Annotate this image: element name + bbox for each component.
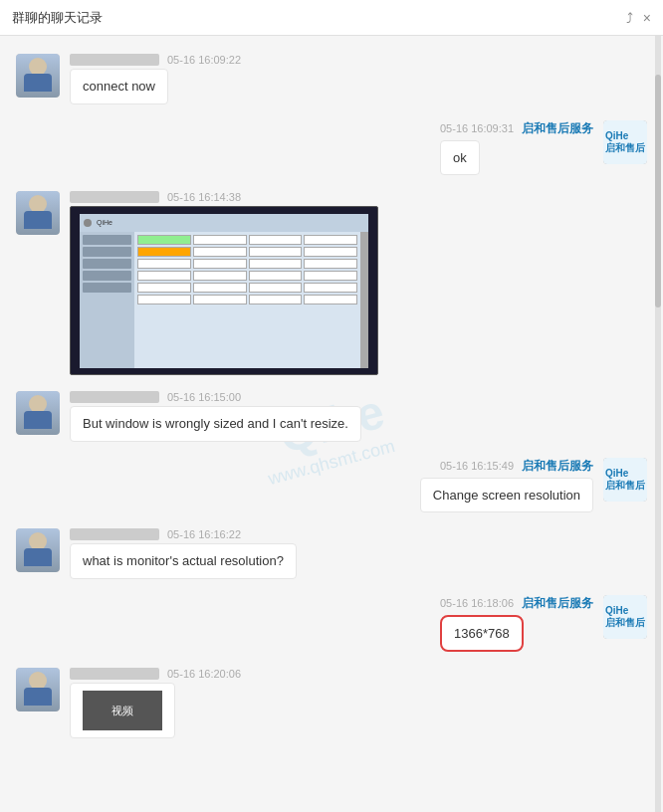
screen-right-panel bbox=[360, 232, 368, 368]
person-avatar bbox=[16, 391, 60, 435]
screen-cell bbox=[249, 259, 303, 269]
message-row: 05-16 16:20:06 视频 bbox=[0, 660, 663, 746]
screen-cell bbox=[137, 259, 191, 269]
message-row: 05-16 16:16:22 what is monitor's actual … bbox=[0, 520, 663, 587]
screen-data-row bbox=[137, 259, 357, 269]
screen-cell bbox=[249, 295, 303, 304]
qihe-logo: QiHe启和售后 bbox=[605, 468, 645, 492]
screen-sidebar bbox=[80, 232, 134, 368]
msg-bubble: ok bbox=[440, 140, 480, 176]
msg-content: 05-16 16:09:22 connect now bbox=[70, 54, 241, 104]
msg-content: 启和售后服务 05-16 16:15:49 Change screen reso… bbox=[420, 458, 593, 513]
screen-cell bbox=[249, 283, 303, 293]
msg-bubble-highlighted: 1366*768 bbox=[440, 615, 524, 653]
msg-time: 05-16 16:09:31 bbox=[440, 122, 514, 134]
screen-cell bbox=[304, 271, 357, 281]
titlebar: 群聊的聊天记录 ⤴ × bbox=[0, 0, 663, 36]
screen-cell bbox=[249, 271, 303, 281]
sender-name-blurred bbox=[70, 191, 159, 203]
screen-cell bbox=[137, 295, 191, 304]
screen-data-row bbox=[137, 235, 357, 245]
msg-time: 05-16 16:09:22 bbox=[167, 54, 241, 66]
msg-content: 启和售后服务 05-16 16:18:06 1366*768 bbox=[440, 595, 593, 653]
sender-name-blurred bbox=[70, 668, 159, 680]
msg-meta: 05-16 16:09:22 bbox=[70, 54, 241, 66]
avatar bbox=[16, 54, 60, 98]
msg-meta: 启和售后服务 05-16 16:15:49 bbox=[420, 458, 593, 475]
qihe-avatar: QiHe启和售后 bbox=[603, 595, 647, 639]
message-row: QiHe启和售后 启和售后服务 05-16 16:09:31 ok bbox=[0, 112, 663, 184]
screen-cell bbox=[193, 247, 247, 257]
sender-name-blurred bbox=[70, 528, 159, 540]
screen-data-row bbox=[137, 295, 357, 304]
msg-bubble: Change screen resolution bbox=[420, 478, 593, 513]
screen-data-row bbox=[137, 271, 357, 281]
screenshot-image[interactable]: QiHe bbox=[70, 206, 378, 375]
screen-cell bbox=[193, 259, 247, 269]
screen-cell bbox=[304, 247, 357, 257]
msg-time: 05-16 16:18:06 bbox=[440, 597, 514, 609]
screen-cell bbox=[137, 247, 191, 257]
qihe-logo: QiHe启和售后 bbox=[605, 605, 645, 629]
screen-body bbox=[80, 232, 368, 368]
msg-bubble: what is monitor's actual resolution? bbox=[70, 543, 297, 579]
window-actions: ⤴ × bbox=[626, 10, 651, 26]
screen-data-row bbox=[137, 283, 357, 293]
close-button[interactable]: × bbox=[643, 10, 651, 26]
sidebar-item bbox=[83, 283, 131, 293]
sidebar-item bbox=[83, 247, 131, 257]
qihe-avatar: QiHe启和售后 bbox=[603, 458, 647, 502]
avatar bbox=[16, 191, 60, 235]
avatar bbox=[16, 391, 60, 435]
avatar bbox=[16, 528, 60, 572]
sidebar-item bbox=[83, 235, 131, 245]
qihe-logo: QiHe启和售后 bbox=[605, 130, 645, 154]
screen-cell bbox=[137, 235, 191, 245]
msg-meta: 05-16 16:14:38 bbox=[70, 191, 378, 203]
person-avatar bbox=[16, 54, 60, 98]
screen-cell bbox=[193, 283, 247, 293]
message-row: 05-16 16:09:22 connect now bbox=[0, 46, 663, 112]
thumbnail-label: 视频 bbox=[111, 703, 133, 719]
person-avatar bbox=[16, 668, 60, 711]
screen-cell bbox=[249, 235, 303, 245]
msg-time: 05-16 16:16:22 bbox=[167, 528, 241, 540]
screen-dot bbox=[84, 219, 92, 227]
screen-cell bbox=[193, 295, 247, 304]
sidebar-item bbox=[83, 271, 131, 281]
sender-name: 启和售后服务 bbox=[522, 120, 593, 137]
screen-title: QiHe bbox=[97, 219, 112, 226]
message-row: 05-16 16:15:00 But window is wrongly siz… bbox=[0, 383, 663, 450]
screen-data-row bbox=[137, 247, 357, 257]
msg-time: 05-16 16:15:49 bbox=[440, 460, 514, 472]
screen-header: QiHe bbox=[80, 214, 368, 232]
person-avatar bbox=[16, 528, 60, 572]
sender-name-blurred bbox=[70, 54, 159, 66]
message-row: QiHe启和售后 启和售后服务 05-16 16:15:49 Change sc… bbox=[0, 450, 663, 521]
msg-meta: 05-16 16:15:00 bbox=[70, 391, 361, 403]
msg-bubble: But window is wrongly sized and I can't … bbox=[70, 406, 361, 442]
screen-cell bbox=[304, 295, 357, 304]
msg-bubble: 视频 bbox=[70, 683, 175, 738]
qihe-avatar: QiHe启和售后 bbox=[603, 120, 647, 164]
chat-area: Qihe www.qhsmt.com 05-16 16:09:22 connec… bbox=[0, 36, 663, 812]
screen-content: QiHe bbox=[80, 214, 368, 368]
msg-content: 05-16 16:16:22 what is monitor's actual … bbox=[70, 528, 297, 579]
msg-content: 05-16 16:14:38 QiHe bbox=[70, 191, 378, 375]
msg-time: 05-16 16:15:00 bbox=[167, 391, 241, 403]
message-row: QiHe启和售后 启和售后服务 05-16 16:18:06 1366*768 bbox=[0, 587, 663, 661]
screen-cell bbox=[304, 259, 357, 269]
chat-window: 群聊的聊天记录 ⤴ × Qihe www.qhsmt.com 05-16 16:… bbox=[0, 0, 663, 812]
screen-cell bbox=[304, 235, 357, 245]
screen-cell bbox=[137, 271, 191, 281]
thumbnail: 视频 bbox=[83, 691, 162, 730]
screen-cell bbox=[137, 283, 191, 293]
avatar: QiHe启和售后 bbox=[603, 120, 647, 164]
share-button[interactable]: ⤴ bbox=[626, 10, 633, 26]
avatar: QiHe启和售后 bbox=[603, 595, 647, 639]
avatar: QiHe启和售后 bbox=[603, 458, 647, 502]
msg-meta: 05-16 16:16:22 bbox=[70, 528, 297, 540]
screen-cell bbox=[193, 235, 247, 245]
msg-time: 05-16 16:14:38 bbox=[167, 191, 241, 203]
msg-meta: 启和售后服务 05-16 16:18:06 bbox=[440, 595, 593, 612]
